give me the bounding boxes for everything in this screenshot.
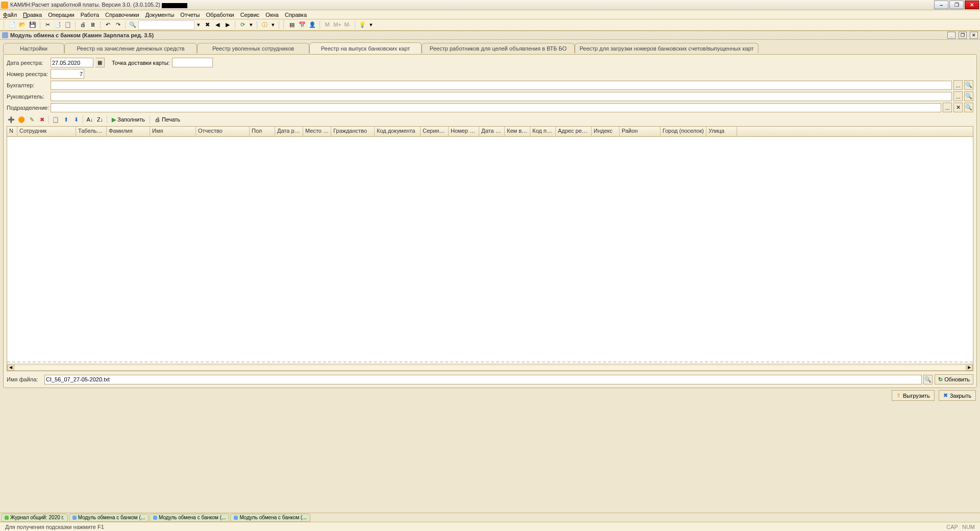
- subwindow-maximize-button[interactable]: ❐: [959, 32, 967, 39]
- select-ellipsis-icon[interactable]: ...: [953, 91, 963, 101]
- move-down-icon[interactable]: ⬇: [71, 115, 81, 124]
- print-preview-icon[interactable]: 🗎: [88, 20, 97, 30]
- mdi-tab[interactable]: Модуль обмена с банком (...: [150, 514, 229, 522]
- column-header[interactable]: Город (поселок): [660, 127, 706, 136]
- column-header[interactable]: Индекс: [592, 127, 620, 136]
- dropdown-icon[interactable]: ▾: [368, 20, 374, 30]
- undo-icon[interactable]: ↶: [103, 20, 112, 30]
- column-header[interactable]: Кем выд...: [505, 127, 530, 136]
- select-magnifier-icon[interactable]: 🔍: [964, 91, 973, 101]
- clear-x-icon[interactable]: ✕: [953, 103, 963, 112]
- dropdown-icon[interactable]: ▾: [270, 20, 276, 30]
- remove-row-icon[interactable]: ✖: [37, 115, 46, 124]
- input-registry-date[interactable]: [51, 58, 93, 67]
- subwindow-minimize-button[interactable]: _: [947, 32, 955, 39]
- grid-horizontal-scrollbar[interactable]: ◀ ▶: [7, 364, 973, 371]
- copy-icon[interactable]: 📑: [53, 20, 62, 30]
- paste-icon[interactable]: 📋: [63, 20, 72, 30]
- column-header[interactable]: Код подр...: [530, 127, 556, 136]
- tab-реестр-на-выпуск-банковских-карт[interactable]: Реестр на выпуск банковских карт: [309, 42, 422, 54]
- window-maximize-button[interactable]: ❐: [949, 1, 964, 9]
- info-icon[interactable]: ⓘ: [260, 20, 269, 30]
- person-icon[interactable]: 👤: [308, 20, 317, 30]
- menu-ref[interactable]: Справочники: [105, 12, 139, 18]
- tab-настройки[interactable]: Настройки: [3, 43, 64, 53]
- lightbulb-icon[interactable]: 💡: [358, 20, 367, 30]
- m-minus-icon[interactable]: M-: [343, 20, 352, 30]
- input-division[interactable]: [51, 103, 941, 112]
- dropdown-icon[interactable]: ▾: [248, 20, 254, 30]
- tab-реестр-для-загрузки-номеров-банковских-счетов/выпущенных-карт[interactable]: Реестр для загрузки номеров банковских с…: [575, 43, 758, 53]
- nav-back-icon[interactable]: ◀: [213, 20, 222, 30]
- column-header[interactable]: Дата выд...: [479, 127, 505, 136]
- employee-grid[interactable]: NСотрудникТабельный...ФамилияИмяОтчество…: [7, 126, 973, 371]
- scroll-track[interactable]: [14, 365, 966, 371]
- search-input[interactable]: [138, 20, 194, 30]
- select-ellipsis-icon[interactable]: ...: [943, 103, 952, 112]
- nav-fwd-icon[interactable]: ▶: [223, 20, 232, 30]
- fill-button[interactable]: ▶ Заполнить: [109, 115, 148, 124]
- column-header[interactable]: Номер док...: [449, 127, 479, 136]
- select-magnifier-icon[interactable]: 🔍: [964, 80, 973, 90]
- column-header[interactable]: Код документа: [375, 127, 421, 136]
- menu-docs[interactable]: Документы: [145, 12, 175, 18]
- column-header[interactable]: Улица: [706, 127, 737, 136]
- menu-service[interactable]: Сервис: [240, 12, 260, 18]
- column-header[interactable]: Дата рож...: [275, 127, 303, 136]
- column-header[interactable]: Отчество: [196, 127, 250, 136]
- sort-desc-icon[interactable]: Z↓: [95, 115, 105, 124]
- column-header[interactable]: Табельный...: [76, 127, 107, 136]
- cut-icon[interactable]: ✂: [43, 20, 52, 30]
- mdi-tab[interactable]: Модуль обмена с банком (...: [69, 514, 149, 522]
- column-header[interactable]: Серия доку...: [421, 127, 449, 136]
- mdi-tab[interactable]: Модуль обмена с банком (...: [230, 514, 310, 522]
- tab-реестр-на-зачисление-денежных-средств[interactable]: Реестр на зачисление денежных средств: [64, 43, 197, 53]
- input-delivery-point[interactable]: [172, 58, 213, 67]
- menu-reports[interactable]: Отчеты: [180, 12, 200, 18]
- input-accountant[interactable]: [51, 81, 952, 90]
- new-document-icon[interactable]: 📄: [8, 20, 17, 30]
- column-header[interactable]: Место рож...: [303, 127, 331, 136]
- delete-row-icon[interactable]: 🟠: [17, 115, 26, 124]
- select-ellipsis-icon[interactable]: ...: [953, 80, 963, 90]
- menu-edit[interactable]: Правка: [23, 12, 42, 18]
- tab-реестр-уволенных-сотрудников[interactable]: Реестр уволенных сотрудников: [197, 43, 309, 53]
- column-header[interactable]: Пол: [250, 127, 275, 136]
- close-form-button[interactable]: ✖ Закрыть: [939, 390, 976, 401]
- tab-реестр-работников-для-целей-объявления-в-втб-бо[interactable]: Реестр работников для целей объявления в…: [422, 43, 575, 53]
- column-header[interactable]: Фамилия: [107, 127, 150, 136]
- calendar-picker-icon[interactable]: ▦: [95, 58, 105, 67]
- menu-work[interactable]: Работа: [81, 12, 99, 18]
- m-icon[interactable]: M: [323, 20, 332, 30]
- refresh-icon[interactable]: ⟳: [238, 20, 247, 30]
- refresh-button[interactable]: ↻ Обновить: [935, 374, 973, 384]
- column-header[interactable]: Гражданство: [331, 127, 375, 136]
- window-minimize-button[interactable]: ‒: [934, 1, 948, 9]
- input-manager[interactable]: [51, 92, 952, 101]
- column-header[interactable]: Сотрудник: [17, 127, 76, 136]
- m-plus-icon[interactable]: M+: [333, 20, 342, 30]
- save-icon[interactable]: 💾: [28, 20, 37, 30]
- add-row-icon[interactable]: ➕: [7, 115, 16, 124]
- menu-bar[interactable]: Файл Правка Операции Работа Справочники …: [0, 10, 980, 19]
- input-registry-number[interactable]: [51, 69, 84, 79]
- menu-file[interactable]: Файл: [3, 12, 17, 18]
- menu-processing[interactable]: Обработки: [206, 12, 234, 18]
- list-icon[interactable]: ▤: [287, 20, 297, 30]
- menu-windows[interactable]: Окна: [265, 12, 279, 18]
- mdi-tab[interactable]: Журнал общий: 2020 г.: [1, 514, 68, 522]
- print-icon[interactable]: 🖨: [78, 20, 87, 30]
- upload-button[interactable]: ⇪ Выгрузить: [892, 390, 935, 401]
- move-up-icon[interactable]: ⬆: [61, 115, 70, 124]
- open-folder-icon[interactable]: 📂: [18, 20, 27, 30]
- column-header[interactable]: Район: [620, 127, 660, 136]
- copy-row-icon[interactable]: 📋: [51, 115, 60, 124]
- scroll-left-icon[interactable]: ◀: [7, 365, 14, 371]
- search-icon[interactable]: 🔍: [128, 20, 137, 30]
- menu-operations[interactable]: Операции: [48, 12, 74, 18]
- menu-help[interactable]: Справка: [285, 12, 307, 18]
- window-close-button[interactable]: ✕: [965, 1, 979, 9]
- calendar-icon[interactable]: 📅: [298, 20, 307, 30]
- sort-asc-icon[interactable]: A↓: [85, 115, 94, 124]
- dropdown-icon[interactable]: ▾: [195, 20, 202, 30]
